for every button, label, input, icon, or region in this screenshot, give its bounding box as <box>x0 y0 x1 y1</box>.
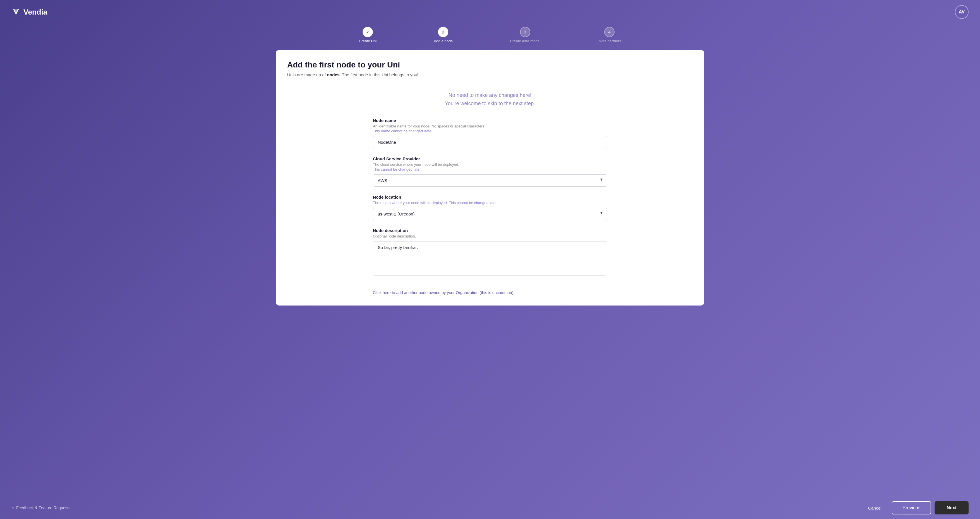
avatar[interactable]: AV <box>955 5 969 19</box>
step-3: 3 Create data model <box>510 27 541 43</box>
feedback-label: Feedback & Feature Requests <box>16 506 70 510</box>
footer-buttons: Cancel Previous Next <box>861 501 969 514</box>
page-subtitle: Unis are made up of nodes. The first nod… <box>287 72 693 84</box>
logo: Vendia <box>11 8 48 17</box>
previous-button[interactable]: Previous <box>892 501 931 514</box>
step-connector-2 <box>453 32 510 32</box>
node-name-label: Node name <box>373 118 607 123</box>
step-1-circle: ✓ <box>363 27 373 37</box>
cancel-button[interactable]: Cancel <box>861 502 888 514</box>
subtitle-prefix: Unis are made up of <box>287 72 327 77</box>
skip-line-2: You're welcome to skip to the next step. <box>287 99 693 108</box>
step-2-circle: 2 <box>438 27 448 37</box>
page-title: Add the first node to your Uni <box>287 60 693 70</box>
step-4-label: Invite partners <box>598 39 621 43</box>
stepper: ✓ Create Uni 2 Add a node 3 Create data … <box>0 24 980 50</box>
form-section: Node name An identifiable name for your … <box>373 118 607 295</box>
step-1-number: ✓ <box>366 30 369 34</box>
cloud-provider-select[interactable]: AWS Azure GCP <box>373 174 607 186</box>
step-3-number: 3 <box>524 30 526 34</box>
card: Add the first node to your Uni Unis are … <box>276 50 704 306</box>
step-2-number: 2 <box>442 30 444 34</box>
step-1: ✓ Create Uni <box>359 27 377 43</box>
node-location-select[interactable]: us-west-2 (Oregon) us-east-1 (N. Virgini… <box>373 208 607 220</box>
step-3-label: Create data model <box>510 39 541 43</box>
subtitle-suffix: . The first node in this Uni belongs to … <box>339 72 418 77</box>
logo-text: Vendia <box>24 8 48 17</box>
header: Vendia AV <box>0 0 980 24</box>
feedback-link[interactable]: ○ Feedback & Feature Requests <box>11 506 70 510</box>
node-name-group: Node name An identifiable name for your … <box>373 118 607 148</box>
node-description-group: Node description Optional node descripti… <box>373 228 607 277</box>
step-4: 4 Invite partners <box>598 27 621 43</box>
step-2: 2 Add a node <box>434 27 453 43</box>
cloud-provider-hint1: The cloud service where your node will b… <box>373 162 607 167</box>
node-name-hint2: This name cannot be changed later <box>373 129 607 133</box>
step-1-label: Create Uni <box>359 39 377 43</box>
subtitle-bold: nodes <box>327 72 339 77</box>
node-location-select-wrapper: us-west-2 (Oregon) us-east-1 (N. Virgini… <box>373 205 607 220</box>
cloud-provider-select-wrapper: AWS Azure GCP ▾ <box>373 172 607 186</box>
step-4-number: 4 <box>608 30 611 34</box>
step-connector-1 <box>377 32 434 32</box>
feedback-icon: ○ <box>11 506 14 510</box>
next-button[interactable]: Next <box>935 501 969 514</box>
step-2-label: Add a node <box>434 39 453 43</box>
node-location-group: Node location The region where your node… <box>373 194 607 220</box>
node-description-label: Node description <box>373 228 607 233</box>
avatar-initials: AV <box>959 10 964 14</box>
node-name-hint1: An identifiable name for your node. No s… <box>373 124 607 128</box>
step-connector-3 <box>541 32 598 32</box>
node-location-hint: The region where your node will be deplo… <box>373 201 607 205</box>
skip-line-1: No need to make any changes here! <box>287 91 693 99</box>
step-4-circle: 4 <box>604 27 614 37</box>
cloud-provider-label: Cloud Service Provider <box>373 156 607 161</box>
node-description-hint: Optional node description. <box>373 234 607 238</box>
skip-message: No need to make any changes here! You're… <box>287 91 693 108</box>
node-description-textarea[interactable]: So far, pretty familiar. <box>373 241 607 275</box>
node-name-input[interactable] <box>373 136 607 148</box>
footer: ○ Feedback & Feature Requests Cancel Pre… <box>0 497 980 519</box>
cloud-provider-group: Cloud Service Provider The cloud service… <box>373 156 607 186</box>
cloud-provider-hint2: This cannot be changed later. <box>373 167 607 172</box>
main-content: Add the first node to your Uni Unis are … <box>0 50 980 497</box>
add-node-link[interactable]: Click here to add another node owned by … <box>373 290 514 295</box>
vendia-logo-icon <box>11 8 21 17</box>
node-location-label: Node location <box>373 194 607 199</box>
step-3-circle: 3 <box>520 27 530 37</box>
